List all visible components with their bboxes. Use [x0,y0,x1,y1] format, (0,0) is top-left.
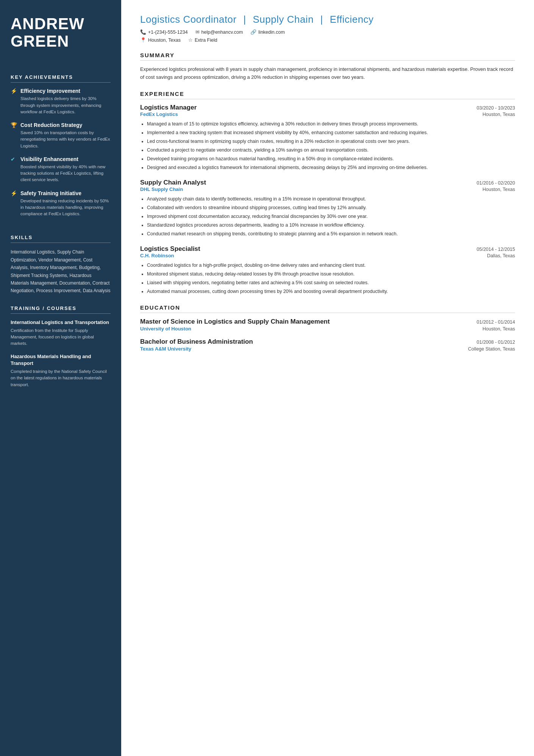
header-title: Logistics Coordinator | Supply Chain | E… [140,14,515,25]
achievement-item: ⚡ Efficiency Improvement Slashed logisti… [11,88,111,115]
exp-dates-2: 01/2016 - 02/2020 [477,180,515,186]
bullet: Automated manual processes, cutting down… [147,288,515,295]
experience-section: EXPERIENCE Logistics Manager 03/2020 - 1… [140,91,515,295]
edu-degree-1: Master of Science in Logistics and Suppl… [140,318,330,326]
achievement-item: ✔ Visibility Enhancement Boosted shipmen… [11,156,111,183]
phone-icon: 📞 [140,29,146,35]
achievement-title-3: Visibility Enhancement [20,156,78,162]
exp-entry-3: Logistics Specialist 05/2014 - 12/2015 C… [140,245,515,295]
summary-section-title: SUMMARY [140,52,515,61]
main-content: Logistics Coordinator | Supply Chain | E… [121,0,534,756]
sidebar: ANDREW GREEN KEY ACHIEVEMENTS ⚡ Efficien… [0,0,121,756]
edu-location-2: College Station, Texas [468,346,515,352]
bullet: Collaborated with vendors to streamline … [147,204,515,211]
bullet: Implemented a new tracking system that i… [147,129,515,136]
achievement-desc-4: Developed training reducing incidents by… [11,198,111,218]
training-title-2: Hazardous Materials Handling and Transpo… [11,353,111,367]
exp-entry-1: Logistics Manager 03/2020 - 10/2023 FedE… [140,104,515,171]
achievement-title-2: Cost Reduction Strategy [20,122,82,128]
contact-extra: ☆ Extra Field [188,37,217,43]
summary-text: Experienced logistics professional with … [140,65,515,81]
summary-section: SUMMARY Experienced logistics profession… [140,52,515,81]
edu-location-1: Houston, Texas [482,326,515,332]
bullet: Designed and executed a logistics framew… [147,164,515,171]
achievements-section-title: KEY ACHIEVEMENTS [11,74,111,83]
training-section-title: TRAINING / COURSES [11,305,111,314]
exp-bullets-2: Analyzed supply chain data to identify b… [140,195,515,238]
exp-job-title-3: Logistics Specialist [140,245,200,253]
achievements-list: ⚡ Efficiency Improvement Slashed logisti… [11,88,111,224]
edu-entry-2: Bachelor of Business Administration 01/2… [140,338,515,352]
bullet: Led cross-functional teams in optimizing… [147,138,515,145]
bullet: Coordinated logistics for a high-profile… [147,261,515,269]
achievement-desc-1: Slashed logistics delivery times by 30% … [11,95,111,115]
experience-section-title: EXPERIENCE [140,91,515,99]
achievement-icon-2: 🏆 [11,122,17,128]
exp-location-3: Dallas, Texas [487,253,515,258]
achievement-desc-3: Boosted shipment visibility by 40% with … [11,164,111,183]
achievement-icon-3: ✔ [11,156,17,162]
bullet: Monitored shipment status, reducing dela… [147,270,515,278]
bullet: Standardized logistics procedures across… [147,221,515,229]
location-icon: 📍 [140,37,146,43]
achievement-title-4: Safety Training Initiative [20,190,81,196]
skills-text: International Logistics, Supply Chain Op… [11,248,111,294]
linkedin-icon: 🔗 [250,29,256,35]
training-item-1: International Logistics and Transportati… [11,319,111,347]
training-list: International Logistics and Transportati… [11,319,111,394]
exp-company-1: FedEx Logistics [140,111,178,117]
skills-section-title: SKILLS [11,235,111,243]
contact-email: ✉ help@enhancv.com [195,29,243,35]
bullet: Improved shipment cost documentation acc… [147,213,515,220]
email-icon: ✉ [195,29,200,35]
training-desc-1: Certification from the Institute for Sup… [11,327,111,347]
contact-city: 📍 Houston, Texas [140,37,181,43]
candidate-name: ANDREW GREEN [11,15,111,50]
edu-school-1: University of Houston [140,326,191,332]
exp-company-3: C.H. Robinson [140,253,174,258]
contact-row-2: 📍 Houston, Texas ☆ Extra Field [140,37,515,43]
star-icon: ☆ [188,37,193,43]
exp-dates-1: 03/2020 - 10/2023 [477,105,515,111]
achievement-item: 🏆 Cost Reduction Strategy Saved 10% on t… [11,122,111,149]
main-header: Logistics Coordinator | Supply Chain | E… [140,14,515,43]
achievement-icon-4: ⚡ [11,190,17,196]
training-item-2: Hazardous Materials Handling and Transpo… [11,353,111,388]
education-section: EDUCATION Master of Science in Logistics… [140,304,515,352]
education-section-title: EDUCATION [140,304,515,313]
bullet: Developed training programs on hazardous… [147,155,515,163]
contact-linkedin: 🔗 linkedin.com [250,29,284,35]
bullet: Conducted a project to negotiate vendor … [147,146,515,154]
bullet: Conducted market research on shipping tr… [147,230,515,238]
bullet: Liaised with shipping vendors, negotiati… [147,279,515,286]
contact-phone: 📞 +1-(234)-555-1234 [140,29,188,35]
exp-job-title-1: Logistics Manager [140,104,197,111]
exp-entry-2: Supply Chain Analyst 01/2016 - 02/2020 D… [140,179,515,238]
exp-job-title-2: Supply Chain Analyst [140,179,206,186]
achievement-desc-2: Saved 10% on transportation costs by ren… [11,130,111,149]
exp-dates-3: 05/2014 - 12/2015 [477,247,515,252]
training-title-1: International Logistics and Transportati… [11,319,111,326]
achievement-title-1: Efficiency Improvement [20,88,80,94]
edu-dates-2: 01/2008 - 01/2012 [477,340,515,345]
exp-company-2: DHL Supply Chain [140,186,183,192]
edu-school-2: Texas A&M University [140,346,191,352]
training-desc-2: Completed training by the National Safet… [11,368,111,388]
contact-row-1: 📞 +1-(234)-555-1234 ✉ help@enhancv.com 🔗… [140,29,515,35]
bullet: Analyzed supply chain data to identify b… [147,195,515,203]
edu-dates-1: 01/2012 - 01/2014 [477,319,515,325]
achievement-icon-1: ⚡ [11,88,17,94]
bullet: Managed a team of 15 to optimize logisti… [147,120,515,128]
exp-bullets-3: Coordinated logistics for a high-profile… [140,261,515,295]
exp-location-2: Houston, Texas [482,187,515,192]
achievement-item: ⚡ Safety Training Initiative Developed t… [11,190,111,218]
exp-bullets-1: Managed a team of 15 to optimize logisti… [140,120,515,171]
edu-entry-1: Master of Science in Logistics and Suppl… [140,318,515,332]
exp-location-1: Houston, Texas [482,112,515,117]
edu-degree-2: Bachelor of Business Administration [140,338,253,346]
